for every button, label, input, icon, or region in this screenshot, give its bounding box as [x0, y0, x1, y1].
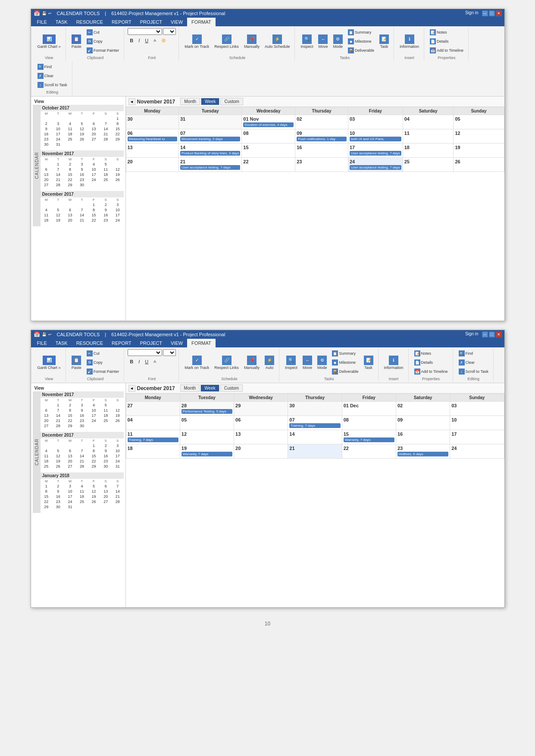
- tab-file[interactable]: FILE: [33, 18, 51, 26]
- cal2-cell-dec21[interactable]: 21: [288, 444, 342, 459]
- cal2-cell-dec18[interactable]: 18: [126, 444, 180, 459]
- information-button-2[interactable]: ℹ Information: [382, 354, 406, 371]
- month-view-btn-2[interactable]: Month: [180, 384, 200, 392]
- cal-cell-nov26[interactable]: 26: [454, 158, 504, 172]
- cal-cell-nov08[interactable]: 08: [242, 129, 295, 144]
- tab-task[interactable]: TASK: [51, 18, 72, 26]
- cal2-cell-dec17[interactable]: 17: [450, 430, 504, 444]
- underline-button[interactable]: U: [143, 37, 150, 44]
- details-button-2[interactable]: 📄 Details: [412, 358, 450, 367]
- bold-button[interactable]: B: [128, 37, 135, 44]
- font-family-select[interactable]: [128, 28, 162, 35]
- manually-schedule-button[interactable]: 📌 Manually: [242, 33, 262, 50]
- cal-cell-oct31[interactable]: 31: [178, 115, 241, 129]
- cal-cell-oct30[interactable]: 30: [126, 115, 178, 129]
- highlight-button[interactable]: 🔆: [159, 37, 168, 44]
- gantt-chart-button[interactable]: 📊 Gantt Chart =: [35, 33, 63, 50]
- oct-d5[interactable]: 5: [76, 121, 88, 126]
- format-painter-button[interactable]: 🖌 Format Painter: [84, 46, 122, 55]
- tab2-resource[interactable]: RESOURCE: [72, 339, 107, 347]
- cal2-cell-dec20[interactable]: 20: [234, 444, 288, 459]
- oct-d0[interactable]: [41, 116, 53, 121]
- oct-d27[interactable]: 27: [88, 137, 100, 142]
- cal2-cell-dec19[interactable]: 19 Warranty, 7 days: [180, 444, 234, 459]
- cal-cell-nov22[interactable]: 22: [242, 158, 295, 172]
- summary-button[interactable]: 📋 Summary: [346, 28, 376, 37]
- notes-button-2[interactable]: 📝 Notes: [412, 349, 450, 358]
- oct-d00000[interactable]: [88, 116, 100, 121]
- move-button-2[interactable]: ↔ Move: [300, 354, 314, 371]
- tab-view[interactable]: VIEW: [166, 18, 187, 26]
- oct-d10[interactable]: 10: [52, 126, 64, 131]
- summary-button-2[interactable]: 📋 Summary: [330, 349, 360, 358]
- event-movement[interactable]: Movement tracking, 2 days: [180, 137, 240, 141]
- cal2-cell-dec12[interactable]: 12: [180, 430, 234, 444]
- custom-view-btn-2[interactable]: Custom: [220, 384, 243, 392]
- cal2-cell-dec07[interactable]: 07 Training, 7 days: [288, 416, 342, 430]
- bold-button-2[interactable]: B: [128, 358, 135, 366]
- cal-cell-nov11[interactable]: 11: [403, 129, 454, 144]
- oct-d13[interactable]: 13: [88, 126, 100, 131]
- oct-fill3[interactable]: [88, 142, 100, 147]
- oct-d30[interactable]: 30: [41, 142, 53, 147]
- gantt-chart-button-2[interactable]: 📊 Gantt Chart =: [35, 354, 63, 371]
- font-color-button-2[interactable]: A: [151, 358, 158, 365]
- cal2-cell-dec09[interactable]: 09: [396, 416, 450, 430]
- cal-cell-nov21[interactable]: 21 User acceptance testing, 7 days: [178, 158, 241, 172]
- cal-cell-nov20[interactable]: 20: [126, 158, 178, 172]
- cut-button[interactable]: ✂ Cut: [84, 28, 122, 37]
- event-perf-testing[interactable]: Performance Testing, 5 days: [181, 409, 232, 414]
- oct-fill4[interactable]: [100, 142, 112, 147]
- cal2-cell-dec01[interactable]: 01 Dec: [342, 402, 396, 416]
- font-family-select-2[interactable]: [128, 349, 162, 356]
- font-color-button[interactable]: A: [151, 37, 158, 44]
- paste-button[interactable]: 📋 Paste: [69, 33, 84, 50]
- oct-d20[interactable]: 20: [88, 131, 100, 137]
- oct-d15[interactable]: 15: [112, 126, 124, 131]
- maximize-button[interactable]: □: [489, 10, 495, 16]
- cal2-cell-dec05[interactable]: 05: [180, 416, 234, 430]
- deliverable-button-2[interactable]: 📦 Deliverable: [330, 367, 360, 376]
- oct-d12[interactable]: 12: [76, 126, 88, 131]
- event-warranty-1[interactable]: Warranty, 7 days: [344, 437, 394, 442]
- underline-button-2[interactable]: U: [143, 358, 150, 366]
- event-hotfixes[interactable]: Hotfixes, 6 days: [397, 452, 448, 456]
- event-ui-ux[interactable]: both UI and UX Parts,: [350, 137, 401, 141]
- oct-d17[interactable]: 17: [52, 131, 64, 137]
- cal2-cell-dec14[interactable]: 14: [288, 430, 342, 444]
- event-warranty-2[interactable]: Warranty, 7 days: [181, 452, 232, 456]
- oct-d11[interactable]: 11: [64, 126, 76, 131]
- event-uat-1[interactable]: User acceptance testing, 7 days: [350, 151, 401, 156]
- oct-d29[interactable]: 29: [112, 137, 124, 142]
- cal2-cell-dec11[interactable]: 11 Training, 7 days: [126, 430, 180, 444]
- mode-button-2[interactable]: ⚙ Mode: [315, 354, 329, 371]
- sign-in-2[interactable]: Sign in: [465, 331, 479, 337]
- oct-d14[interactable]: 14: [100, 126, 112, 131]
- oct-d2[interactable]: 2: [41, 121, 53, 126]
- tab-project[interactable]: PROJECT: [136, 18, 166, 26]
- week-view-btn[interactable]: Week: [201, 98, 219, 105]
- quick-access-save[interactable]: 💾: [42, 11, 47, 16]
- cal-prev-button[interactable]: ◄: [128, 98, 135, 105]
- oct-d8[interactable]: 8: [112, 121, 124, 126]
- oct-fill1[interactable]: [64, 142, 76, 147]
- oct-d18[interactable]: 18: [64, 131, 76, 137]
- month-view-btn[interactable]: Month: [180, 98, 200, 105]
- tab2-task[interactable]: TASK: [51, 339, 72, 347]
- cal2-cell-dec22[interactable]: 22: [342, 444, 396, 459]
- oct-d9[interactable]: 9: [41, 126, 53, 131]
- find-button-2[interactable]: 🔍 Find: [457, 349, 491, 358]
- cal2-cell-dec10[interactable]: 10: [450, 416, 504, 430]
- cal2-cell-dec13[interactable]: 13: [234, 430, 288, 444]
- scroll-to-task-button-2[interactable]: ↕ Scroll to Task: [457, 367, 491, 376]
- cut-button-2[interactable]: ✂ Cut: [84, 349, 122, 358]
- cal-cell-nov06[interactable]: 06 Measuring Heartbeat ru: [126, 129, 178, 144]
- task-button[interactable]: 📝 Task: [377, 33, 391, 50]
- manually-schedule-button-2[interactable]: 📌 Manually: [242, 354, 262, 371]
- quick-access-undo-2[interactable]: ↩: [48, 332, 52, 337]
- copy-button[interactable]: ⧉ Copy: [84, 37, 122, 46]
- tab-report[interactable]: REPORT: [107, 18, 136, 26]
- cal-cell-nov17[interactable]: 17 User acceptance testing, 7 days: [348, 144, 403, 158]
- add-to-timeline-button[interactable]: 📅 Add to Timeline: [428, 46, 466, 55]
- event-training-2[interactable]: Training, 7 days: [128, 437, 178, 442]
